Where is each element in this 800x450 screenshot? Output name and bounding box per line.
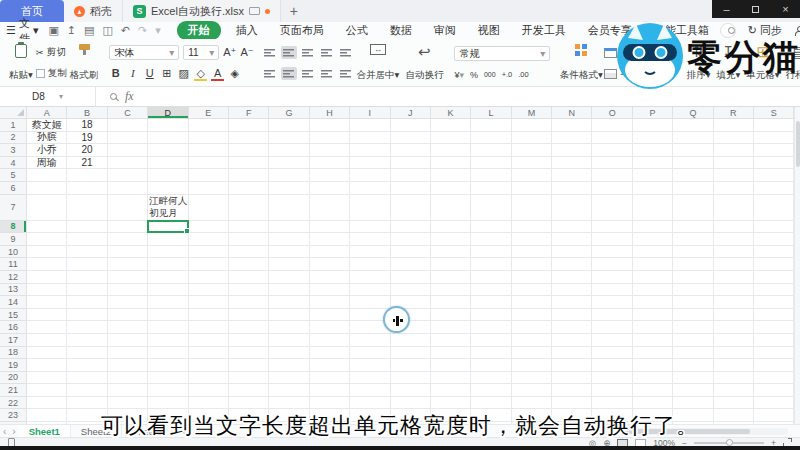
cell-A6[interactable] [27, 182, 67, 195]
cell-S15[interactable] [754, 309, 794, 322]
cell-L20[interactable] [471, 372, 511, 385]
menu-tab-开发工具[interactable]: 开发工具 [522, 23, 566, 38]
cell-P5[interactable] [633, 169, 673, 182]
cell-O7[interactable] [592, 195, 632, 221]
cell-M19[interactable] [512, 359, 552, 372]
cell-Q20[interactable] [673, 372, 713, 385]
cell-E12[interactable] [189, 271, 229, 284]
cell-H17[interactable] [310, 334, 350, 347]
cell-Q18[interactable] [673, 347, 713, 360]
cell-L22[interactable] [471, 397, 511, 410]
cell-Q2[interactable] [673, 132, 713, 145]
column-header-I[interactable]: I [350, 107, 390, 119]
cell-B17[interactable] [67, 334, 107, 347]
cell-C17[interactable] [108, 334, 148, 347]
cell-B4[interactable]: 21 [67, 157, 107, 170]
cell-N1[interactable] [552, 119, 592, 132]
cell-C10[interactable] [108, 246, 148, 259]
cell-S21[interactable] [754, 384, 794, 397]
row-header-6[interactable]: 6 [0, 182, 27, 195]
cell-D20[interactable] [148, 372, 188, 385]
increase-decimal-button[interactable]: +.0 [502, 70, 513, 79]
align-bottom-button[interactable] [300, 46, 316, 59]
cell-J20[interactable] [391, 372, 431, 385]
merge-center-button[interactable]: ↔ 合并居中▾ [354, 42, 403, 84]
cell-B15[interactable] [67, 309, 107, 322]
cell-K12[interactable] [431, 271, 471, 284]
cell-P2[interactable] [633, 132, 673, 145]
cell-G11[interactable] [269, 258, 309, 271]
cell-N11[interactable] [552, 258, 592, 271]
cell-R2[interactable] [714, 132, 754, 145]
cell-F7[interactable] [229, 195, 269, 221]
cell-N5[interactable] [552, 169, 592, 182]
thousands-button[interactable]: 000 [484, 71, 496, 78]
cell-Q12[interactable] [673, 271, 713, 284]
zoom-slider[interactable] [694, 442, 764, 444]
undo-icon[interactable]: ↶ [121, 24, 130, 37]
cell-B5[interactable] [67, 169, 107, 182]
cell-O8[interactable] [592, 221, 632, 234]
cell-B21[interactable] [67, 384, 107, 397]
cell-J6[interactable] [391, 182, 431, 195]
cell-O12[interactable] [592, 271, 632, 284]
cell-J19[interactable] [391, 359, 431, 372]
font-name-select[interactable]: 宋体▾ [109, 45, 179, 60]
cell-R11[interactable] [714, 258, 754, 271]
cell-L9[interactable] [471, 233, 511, 246]
cell-L16[interactable] [471, 321, 511, 334]
cell-R16[interactable] [714, 321, 754, 334]
cut-button[interactable]: ✂ 剪切 [36, 46, 67, 59]
cell-B9[interactable] [67, 233, 107, 246]
align-middle-button[interactable] [281, 46, 297, 59]
cell-O20[interactable] [592, 372, 632, 385]
zoom-formula-icon[interactable] [110, 93, 117, 100]
cell-K18[interactable] [431, 347, 471, 360]
cell-H1[interactable] [310, 119, 350, 132]
cell-O2[interactable] [592, 132, 632, 145]
cell-S16[interactable] [754, 321, 794, 334]
cell-B13[interactable] [67, 284, 107, 297]
cell-D19[interactable] [148, 359, 188, 372]
bold-button[interactable]: B [109, 66, 122, 81]
cell-M3[interactable] [512, 144, 552, 157]
cell-K19[interactable] [431, 359, 471, 372]
cell-J8[interactable] [391, 221, 431, 234]
restore-button[interactable] [752, 6, 759, 13]
cell-L11[interactable] [471, 258, 511, 271]
name-box[interactable]: D8 ▾ [0, 87, 96, 106]
cell-J5[interactable] [391, 169, 431, 182]
column-header-B[interactable]: B [67, 107, 107, 119]
grow-font-button[interactable]: A⁺ [223, 45, 236, 60]
cell-H7[interactable] [310, 195, 350, 221]
cell-B6[interactable] [67, 182, 107, 195]
cell-D14[interactable] [148, 296, 188, 309]
cell-Q16[interactable] [673, 321, 713, 334]
export-icon[interactable]: ↥ [67, 24, 76, 37]
cell-K4[interactable] [431, 157, 471, 170]
cell-F3[interactable] [229, 144, 269, 157]
cell-S8[interactable] [754, 221, 794, 234]
cell-O9[interactable] [592, 233, 632, 246]
cell-I18[interactable] [350, 347, 390, 360]
cell-F4[interactable] [229, 157, 269, 170]
cell-R12[interactable] [714, 271, 754, 284]
save-icon[interactable]: ▣ [48, 24, 58, 37]
cell-R18[interactable] [714, 347, 754, 360]
menu-tab-视图[interactable]: 视图 [478, 23, 500, 38]
cell-L19[interactable] [471, 359, 511, 372]
cell-E20[interactable] [189, 372, 229, 385]
cell-K16[interactable] [431, 321, 471, 334]
cell-S5[interactable] [754, 169, 794, 182]
cell-A18[interactable] [27, 347, 67, 360]
cell-J12[interactable] [391, 271, 431, 284]
currency-button[interactable]: ¥▾ [454, 70, 464, 80]
close-button[interactable]: × [782, 3, 788, 15]
cell-H6[interactable] [310, 182, 350, 195]
cell-I4[interactable] [350, 157, 390, 170]
cell-H8[interactable] [310, 221, 350, 234]
cell-C13[interactable] [108, 284, 148, 297]
cell-J21[interactable] [391, 384, 431, 397]
cell-S3[interactable] [754, 144, 794, 157]
cell-I19[interactable] [350, 359, 390, 372]
